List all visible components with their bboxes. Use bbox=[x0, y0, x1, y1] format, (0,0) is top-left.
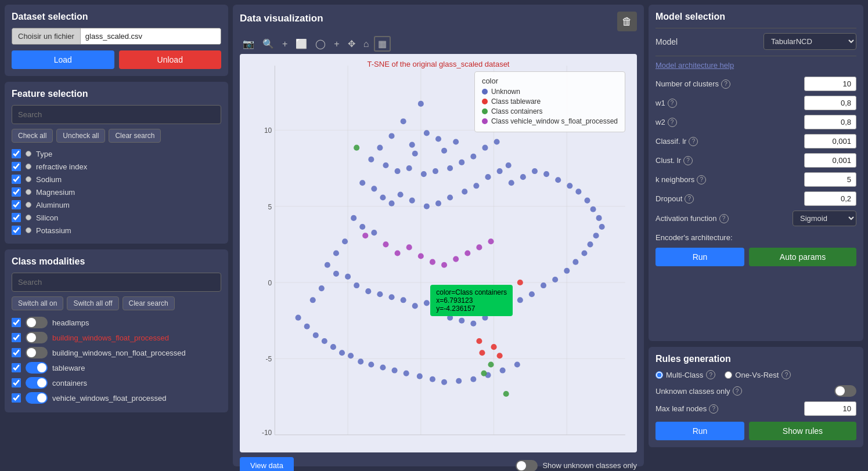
param-label-classif-lr-text: Classif. lr bbox=[655, 137, 686, 146]
class-checkbox-bwfp[interactable] bbox=[12, 333, 21, 342]
multi-class-option[interactable]: Multi-Class ? bbox=[655, 370, 715, 379]
k-neighbors-help-icon[interactable]: ? bbox=[697, 175, 706, 184]
one-vs-rest-help-icon[interactable]: ? bbox=[781, 370, 791, 379]
class-checkbox-containers[interactable] bbox=[12, 378, 21, 387]
class-checkbox-bwnfp[interactable] bbox=[12, 348, 21, 357]
select-icon[interactable]: ⬜ bbox=[293, 37, 310, 50]
class-toggle-containers[interactable] bbox=[26, 377, 48, 389]
model-select[interactable]: TabularNCD bbox=[763, 33, 856, 50]
svg-point-19 bbox=[424, 130, 430, 136]
view-data-button[interactable]: View data bbox=[240, 457, 294, 471]
clusters-input[interactable] bbox=[804, 77, 856, 91]
w1-input[interactable] bbox=[804, 96, 856, 110]
clusters-help-icon[interactable]: ? bbox=[721, 79, 730, 89]
zoom-out-icon[interactable]: + bbox=[331, 38, 342, 50]
class-toggle-vwfp[interactable] bbox=[26, 392, 48, 404]
unknown-only-help-icon[interactable]: ? bbox=[733, 386, 742, 396]
svg-point-31 bbox=[447, 165, 453, 171]
svg-point-48 bbox=[497, 168, 503, 174]
svg-point-81 bbox=[588, 241, 593, 247]
toggle-track-headlamps[interactable] bbox=[26, 317, 48, 328]
delete-button[interactable]: 🗑 bbox=[617, 12, 637, 31]
toggle-track-bwnfp[interactable] bbox=[26, 347, 48, 358]
clust-lr-input[interactable] bbox=[804, 153, 856, 168]
zoom-in-icon[interactable]: 🔍 bbox=[260, 37, 277, 50]
max-leaf-label: Max leaf nodes ? bbox=[655, 404, 718, 414]
feature-checkbox-potassium[interactable] bbox=[12, 226, 21, 235]
max-leaf-row: Max leaf nodes ? bbox=[655, 401, 856, 416]
k-neighbors-input[interactable] bbox=[804, 172, 856, 187]
auto-params-button[interactable]: Auto params bbox=[749, 248, 856, 266]
feature-checkbox-ri[interactable] bbox=[12, 162, 21, 171]
toggle-track-containers[interactable] bbox=[26, 377, 48, 389]
class-toggle-headlamps[interactable] bbox=[26, 317, 48, 328]
multi-class-radio[interactable] bbox=[655, 371, 663, 379]
max-leaf-input[interactable] bbox=[804, 401, 856, 416]
feature-checkbox-silicon[interactable] bbox=[12, 213, 21, 222]
feature-checkbox-aluminum[interactable] bbox=[12, 200, 21, 209]
class-toggle-tableware[interactable] bbox=[26, 362, 48, 374]
feature-checkbox-sodium[interactable] bbox=[12, 175, 21, 184]
clear-search-feature-button[interactable]: Clear search bbox=[109, 129, 161, 143]
class-toggle-bwfp[interactable] bbox=[26, 332, 48, 343]
file-value: glass_scaled.csv bbox=[81, 28, 221, 44]
class-checkbox-tableware[interactable] bbox=[12, 363, 21, 372]
show-rules-button[interactable]: Show rules bbox=[749, 422, 856, 440]
run-button-model[interactable]: Run bbox=[655, 248, 744, 266]
toggle-track-vwfp[interactable] bbox=[26, 392, 48, 404]
svg-point-114 bbox=[517, 280, 523, 285]
one-vs-rest-radio[interactable] bbox=[725, 371, 732, 379]
home-icon[interactable]: ⌂ bbox=[361, 38, 372, 50]
svg-point-76 bbox=[541, 282, 546, 288]
class-item-containers: containers bbox=[12, 375, 219, 390]
param-row-k-neighbors: k neighbors ? bbox=[655, 172, 856, 187]
unload-button[interactable]: Unload bbox=[119, 50, 222, 69]
toggle-track-tableware[interactable] bbox=[26, 362, 48, 374]
class-search-input[interactable] bbox=[12, 273, 221, 292]
feature-checkbox-magnesium[interactable] bbox=[12, 187, 21, 197]
classif-lr-input[interactable] bbox=[804, 134, 856, 148]
param-row-activation: Activation function ? Sigmoid ReLU Tanh bbox=[655, 211, 856, 226]
multi-class-help-icon[interactable]: ? bbox=[706, 370, 715, 379]
max-leaf-help-icon[interactable]: ? bbox=[709, 404, 718, 414]
w2-input[interactable] bbox=[804, 115, 856, 129]
lasso-icon[interactable]: ◯ bbox=[312, 37, 329, 50]
w2-help-icon[interactable]: ? bbox=[668, 118, 677, 127]
bar-chart-icon[interactable]: ▦ bbox=[374, 36, 391, 52]
arch-help-link[interactable]: Model architecture help bbox=[655, 61, 856, 70]
clust-lr-help-icon[interactable]: ? bbox=[683, 156, 693, 165]
switch-all-off-button[interactable]: Switch all off bbox=[67, 296, 118, 310]
activation-select[interactable]: Sigmoid ReLU Tanh bbox=[793, 211, 856, 226]
feature-search-input[interactable] bbox=[12, 105, 221, 124]
load-button[interactable]: Load bbox=[12, 50, 114, 69]
class-checkbox-vwfp[interactable] bbox=[12, 393, 21, 403]
clear-search-class-button[interactable]: Clear search bbox=[123, 296, 175, 310]
run-button-rules[interactable]: Run bbox=[655, 422, 744, 440]
unknown-only-track[interactable] bbox=[834, 385, 856, 397]
file-input-row: Choisir un fichier glass_scaled.csv bbox=[12, 28, 221, 45]
feature-checkbox-type[interactable] bbox=[12, 149, 21, 158]
activation-help-icon[interactable]: ? bbox=[719, 214, 729, 223]
show-unknown-track[interactable] bbox=[516, 460, 538, 472]
toggle-track-bwfp[interactable] bbox=[26, 332, 48, 343]
classif-lr-help-icon[interactable]: ? bbox=[689, 137, 698, 146]
class-toggle-bwnfp[interactable] bbox=[26, 347, 48, 358]
dropout-help-icon[interactable]: ? bbox=[685, 194, 694, 204]
dropout-input[interactable] bbox=[804, 191, 856, 206]
check-all-button[interactable]: Check all bbox=[12, 129, 53, 143]
plus-icon[interactable]: + bbox=[279, 38, 290, 50]
show-unknown-toggle[interactable] bbox=[516, 460, 538, 472]
w1-help-icon[interactable]: ? bbox=[668, 99, 677, 108]
svg-point-98 bbox=[330, 344, 336, 350]
unknown-only-toggle[interactable] bbox=[834, 385, 856, 397]
legend-label-containers: Class containers bbox=[491, 107, 543, 115]
camera-icon[interactable]: 📷 bbox=[240, 37, 257, 50]
class-checkbox-headlamps[interactable] bbox=[12, 318, 21, 327]
param-label-clust-lr: Clust. lr ? bbox=[655, 156, 693, 165]
switch-all-on-button[interactable]: Switch all on bbox=[12, 296, 63, 310]
one-vs-rest-option[interactable]: One-Vs-Rest ? bbox=[725, 370, 791, 379]
uncheck-all-button[interactable]: Uncheck all bbox=[56, 129, 105, 143]
svg-point-89 bbox=[555, 177, 561, 183]
toggle-thumb-bwfp bbox=[27, 333, 36, 342]
move-icon[interactable]: ✥ bbox=[345, 37, 358, 50]
